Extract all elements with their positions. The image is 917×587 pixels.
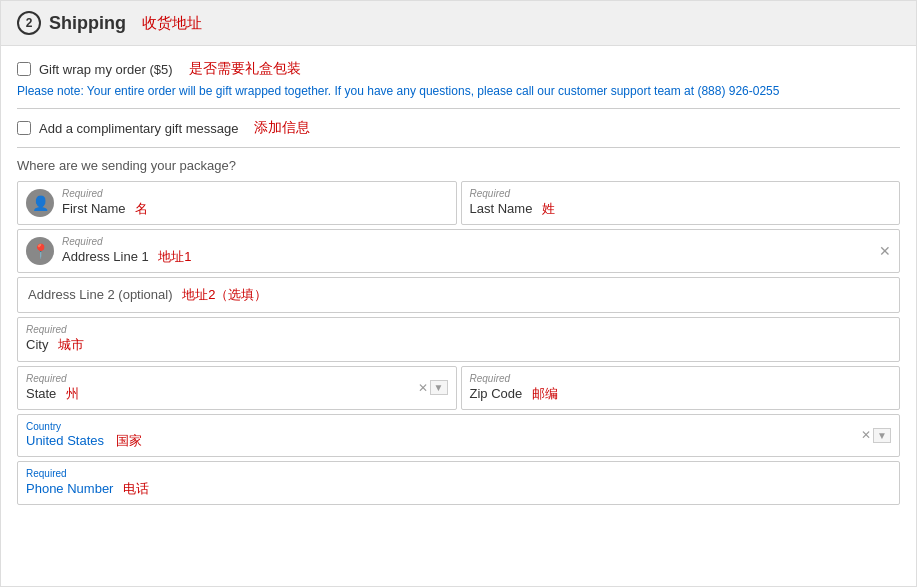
phone-required: Required	[26, 468, 891, 480]
country-controls: ✕ ▼	[861, 428, 891, 443]
person-icon: 👤	[26, 189, 54, 217]
country-row: Country United States 国家 ✕ ▼	[17, 414, 900, 457]
zip-label: Zip Code 邮编	[470, 385, 892, 403]
address1-content: Required Address Line 1 地址1	[62, 236, 891, 266]
address1-field[interactable]: 📍 Required Address Line 1 地址1 ✕	[17, 229, 900, 273]
phone-field[interactable]: Required Phone Number 电话	[17, 461, 900, 505]
last-name-label: Last Name 姓	[470, 200, 892, 218]
phone-content: Required Phone Number 电话	[26, 468, 891, 498]
state-controls: ✕ ▼	[418, 380, 448, 395]
address2-cn: 地址2（选填）	[182, 287, 267, 302]
where-sending-text: Where are we sending your package?	[17, 158, 900, 173]
first-name-content: Required First Name 名	[62, 188, 448, 218]
divider-1	[17, 108, 900, 109]
state-required: Required	[26, 373, 418, 385]
step-number: 2	[26, 16, 33, 30]
country-label: Country	[26, 421, 861, 432]
section-title-cn: 收货地址	[142, 14, 202, 33]
section-header: 2 Shipping 收货地址	[1, 1, 916, 46]
country-clear-icon[interactable]: ✕	[861, 428, 871, 442]
gift-message-checkbox[interactable]	[17, 121, 31, 135]
step-circle: 2	[17, 11, 41, 35]
city-required: Required	[26, 324, 891, 336]
name-row: 👤 Required First Name 名 Required Last Na…	[17, 181, 900, 225]
gift-message-label: Add a complimentary gift message	[39, 121, 238, 136]
zip-cn: 邮编	[532, 386, 558, 401]
gift-note: Please note: Your entire order will be g…	[17, 84, 900, 98]
zip-field[interactable]: Required Zip Code 邮编	[461, 366, 901, 410]
country-cn: 国家	[116, 433, 142, 448]
phone-row: Required Phone Number 电话	[17, 461, 900, 505]
shipping-page: 2 Shipping 收货地址 Gift wrap my order ($5) …	[0, 0, 917, 587]
country-field[interactable]: Country United States 国家 ✕ ▼	[17, 414, 900, 457]
gift-wrap-row: Gift wrap my order ($5) 是否需要礼盒包装	[17, 60, 900, 78]
address1-required: Required	[62, 236, 891, 248]
city-cn: 城市	[58, 337, 84, 352]
address1-label: Address Line 1 地址1	[62, 248, 891, 266]
country-content: Country United States 国家	[26, 421, 861, 450]
city-content: Required City 城市	[26, 324, 891, 354]
city-row: Required City 城市	[17, 317, 900, 361]
zip-content: Required Zip Code 邮编	[470, 373, 892, 403]
gift-wrap-label: Gift wrap my order ($5)	[39, 62, 173, 77]
state-dropdown-icon[interactable]: ▼	[430, 380, 448, 395]
last-name-field[interactable]: Required Last Name 姓	[461, 181, 901, 225]
state-zip-row: Required State 州 ✕ ▼ Required Zip Code	[17, 366, 900, 410]
first-name-required: Required	[62, 188, 448, 200]
country-value: United States 国家	[26, 432, 861, 450]
gift-wrap-checkbox[interactable]	[17, 62, 31, 76]
gift-wrap-cn: 是否需要礼盒包装	[189, 60, 301, 78]
zip-required: Required	[470, 373, 892, 385]
city-label: City 城市	[26, 336, 891, 354]
divider-2	[17, 147, 900, 148]
phone-label: Phone Number 电话	[26, 480, 891, 498]
country-dropdown-icon[interactable]: ▼	[873, 428, 891, 443]
section-title: Shipping	[49, 13, 126, 34]
location-icon: 📍	[26, 237, 54, 265]
last-name-content: Required Last Name 姓	[470, 188, 892, 218]
state-cn: 州	[66, 386, 79, 401]
state-clear-icon[interactable]: ✕	[418, 381, 428, 395]
address2-label: Address Line 2 (optional)	[28, 287, 173, 302]
gift-message-row: Add a complimentary gift message 添加信息	[17, 119, 900, 137]
address2-field[interactable]: Address Line 2 (optional) 地址2（选填）	[17, 277, 900, 313]
last-name-cn: 姓	[542, 201, 555, 216]
first-name-field[interactable]: 👤 Required First Name 名	[17, 181, 457, 225]
first-name-label: First Name 名	[62, 200, 448, 218]
phone-cn: 电话	[123, 481, 149, 496]
address1-row: 📍 Required Address Line 1 地址1 ✕	[17, 229, 900, 273]
state-label: State 州	[26, 385, 418, 403]
city-field[interactable]: Required City 城市	[17, 317, 900, 361]
address1-cn: 地址1	[158, 249, 191, 264]
last-name-required: Required	[470, 188, 892, 200]
state-field[interactable]: Required State 州 ✕ ▼	[17, 366, 457, 410]
section-body: Gift wrap my order ($5) 是否需要礼盒包装 Please …	[1, 46, 916, 523]
first-name-cn: 名	[135, 201, 148, 216]
address1-clear-icon[interactable]: ✕	[879, 243, 891, 259]
state-content: Required State 州	[26, 373, 418, 403]
gift-message-cn: 添加信息	[254, 119, 310, 137]
address2-row: Address Line 2 (optional) 地址2（选填）	[17, 277, 900, 313]
